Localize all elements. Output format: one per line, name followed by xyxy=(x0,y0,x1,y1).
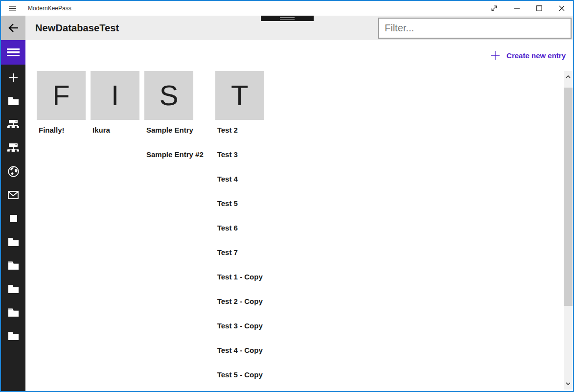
entry-group: TTest 2Test 3Test 4Test 5Test 6Test 7Tes… xyxy=(215,71,270,389)
nav-item-network[interactable] xyxy=(1,136,25,160)
group-letter: S xyxy=(160,81,179,110)
entry-item[interactable]: Test 5 - Copy xyxy=(215,365,270,389)
nav-rail xyxy=(1,40,25,391)
hamburger-icon xyxy=(9,5,16,12)
minimize-button[interactable] xyxy=(505,1,528,16)
commandbar-peek-handle[interactable] xyxy=(261,16,314,21)
entry-item[interactable]: Test 1 - Copy xyxy=(215,267,270,291)
filter-input[interactable] xyxy=(378,18,572,39)
app-window: ModernKeePass xyxy=(0,0,574,392)
nav-item-network[interactable] xyxy=(1,113,25,136)
entry-item[interactable]: Test 2 - Copy xyxy=(215,291,270,316)
nav-item-mail[interactable] xyxy=(1,183,25,207)
titlebar: ModernKeePass xyxy=(1,1,573,16)
globe-icon xyxy=(8,166,19,177)
create-new-entry-button[interactable]: Create new entry xyxy=(490,50,566,61)
folder-icon xyxy=(8,261,19,270)
group-tile[interactable]: T xyxy=(215,71,264,120)
entry-item[interactable]: Test 2 xyxy=(215,120,270,144)
entry-item[interactable]: Test 5 xyxy=(215,193,270,218)
group-letter: T xyxy=(231,81,248,110)
nav-item-plus[interactable] xyxy=(1,66,25,89)
entry-list: Sample EntrySample Entry #2 xyxy=(144,120,210,169)
network-icon xyxy=(7,143,19,152)
entry-item[interactable]: Ikura xyxy=(91,120,139,144)
entry-list: Test 2Test 3Test 4Test 5Test 6Test 7Test… xyxy=(215,120,270,389)
main-content: Create new entry FFinally!IIkuraSSample … xyxy=(25,40,573,391)
nav-item-folder[interactable] xyxy=(1,230,25,254)
nav-item-folder[interactable] xyxy=(1,89,25,113)
create-new-entry-label: Create new entry xyxy=(506,51,566,60)
minimize-icon xyxy=(514,8,520,9)
entry-item[interactable]: Sample Entry #2 xyxy=(144,144,210,169)
nav-item-globe[interactable] xyxy=(1,160,25,183)
hamburger-line xyxy=(7,55,20,57)
entry-item[interactable]: Test 4 xyxy=(215,169,270,193)
nav-item-folder[interactable] xyxy=(1,324,25,347)
maximize-button[interactable] xyxy=(528,1,551,16)
diagonal-resize-icon xyxy=(490,4,498,12)
scrollbar-thumb[interactable] xyxy=(564,88,573,306)
entry-group: SSample EntrySample Entry #2 xyxy=(144,71,210,169)
entry-item[interactable]: Test 4 - Copy xyxy=(215,340,270,365)
entry-item[interactable]: Test 6 xyxy=(215,218,270,242)
maximize-icon xyxy=(536,5,542,11)
nav-item-folder[interactable] xyxy=(1,300,25,324)
nav-item-folder[interactable] xyxy=(1,254,25,277)
mail-icon xyxy=(8,191,19,199)
entry-grid: FFinally!IIkuraSSample EntrySample Entry… xyxy=(37,71,275,389)
entry-item[interactable]: Test 3 xyxy=(215,144,270,169)
entry-item[interactable]: Test 3 - Copy xyxy=(215,316,270,340)
entry-item[interactable]: Test 7 xyxy=(215,242,270,267)
group-tile[interactable]: I xyxy=(91,71,139,120)
entry-list: Ikura xyxy=(91,120,139,144)
scrollbar-up-button[interactable] xyxy=(564,72,573,82)
folder-icon xyxy=(8,285,19,293)
nav-item-folder[interactable] xyxy=(1,277,25,300)
folder-icon xyxy=(8,308,19,317)
folder-icon xyxy=(8,238,19,246)
page-title: NewDatabaseTest xyxy=(35,16,119,40)
handle-line xyxy=(280,17,295,18)
entry-item[interactable]: Finally! xyxy=(37,120,86,144)
chevron-up-icon xyxy=(566,75,571,78)
app-title: ModernKeePass xyxy=(28,5,71,12)
folder-icon xyxy=(8,332,19,340)
entry-item[interactable]: Sample Entry xyxy=(144,120,210,144)
network-icon xyxy=(7,120,19,129)
nav-items xyxy=(1,66,25,347)
hamburger-line xyxy=(7,48,20,50)
chevron-down-icon xyxy=(566,382,571,385)
plus-icon xyxy=(490,50,501,61)
group-tile[interactable]: S xyxy=(144,71,193,120)
nav-hamburger-button[interactable] xyxy=(1,40,25,65)
group-tile[interactable]: F xyxy=(37,71,86,120)
back-arrow-icon xyxy=(8,23,19,33)
close-button[interactable] xyxy=(551,1,573,16)
plus-icon xyxy=(8,72,19,83)
entry-list: Finally! xyxy=(37,120,86,144)
folder-icon xyxy=(8,97,19,105)
close-icon xyxy=(559,5,565,11)
entry-group: FFinally! xyxy=(37,71,86,144)
group-letter: I xyxy=(111,81,119,110)
back-button[interactable] xyxy=(1,16,25,40)
window-controls xyxy=(483,1,573,16)
nav-item-square[interactable] xyxy=(1,207,25,230)
scrollbar-down-button[interactable] xyxy=(564,379,573,389)
scrollbar[interactable] xyxy=(564,71,573,390)
square-icon xyxy=(10,215,17,222)
menu-icon[interactable] xyxy=(1,1,23,16)
handle-line xyxy=(280,19,295,20)
group-letter: F xyxy=(52,81,69,110)
hamburger-line xyxy=(7,51,20,53)
entry-group: IIkura xyxy=(91,71,139,144)
resize-diagonal-button[interactable] xyxy=(483,1,505,16)
